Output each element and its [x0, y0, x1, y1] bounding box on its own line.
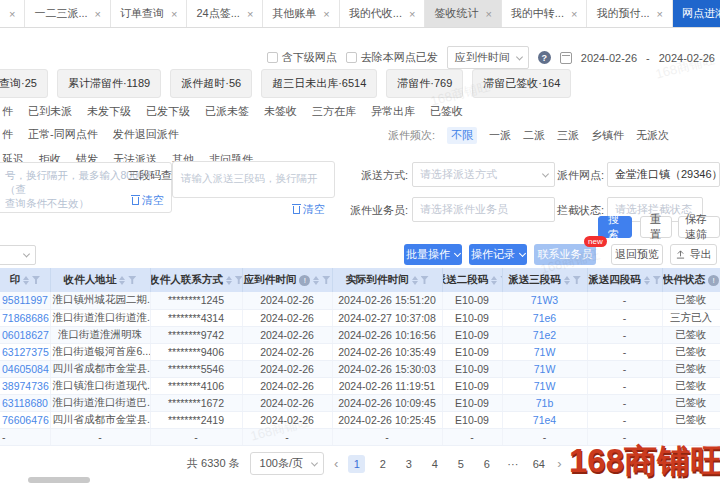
tab-close-icon[interactable]: ×	[95, 8, 101, 20]
prev-page-button[interactable]: ‹	[334, 456, 338, 471]
stat-button[interactable]: 派件超时·56	[170, 69, 252, 98]
sort-icon[interactable]	[564, 276, 570, 285]
stat-button[interactable]: 查询·25	[0, 69, 48, 98]
date-start[interactable]: 2024-02-26	[581, 52, 637, 64]
frequency-option[interactable]: 二派	[523, 128, 545, 143]
page-button[interactable]: 6	[478, 455, 495, 473]
delivery-method-select[interactable]: 请选择派送方式	[412, 162, 555, 187]
tab-close-icon[interactable]: ×	[485, 8, 491, 20]
cell-waybill[interactable]: 76606476	[0, 411, 50, 428]
exclude-sent-checkbox[interactable]: 去除本网点已发	[346, 50, 438, 65]
filter-funnel-icon[interactable]	[128, 276, 136, 284]
include-sub-outlet-checkbox[interactable]: 含下级网点	[267, 50, 337, 65]
column-header[interactable]: 派送二段码	[442, 268, 502, 292]
browser-tab[interactable]: 我的代收...×	[340, 0, 426, 27]
status-filter-link[interactable]: 三方在库	[312, 104, 356, 119]
browser-tab[interactable]: 我的中转...×	[502, 0, 588, 27]
page-size-select[interactable]: 100条/页	[250, 452, 324, 475]
frequency-option[interactable]: 无派次	[636, 128, 669, 143]
filter-funnel-icon[interactable]	[235, 276, 242, 284]
save-filter-button[interactable]: 保存速筛	[678, 216, 720, 238]
filter-funnel-icon[interactable]	[32, 276, 40, 284]
browser-tab[interactable]: 其他账单×	[263, 0, 339, 27]
status-filter-link[interactable]: 已发下级	[146, 104, 190, 119]
filter-funnel-icon[interactable]	[653, 276, 661, 284]
tab-close-icon[interactable]: ×	[323, 8, 329, 20]
cell-segment3[interactable]: 71W	[502, 377, 587, 394]
status-filter-link[interactable]: 未发下级	[87, 104, 131, 119]
page-button[interactable]: 2	[374, 455, 391, 473]
column-header[interactable]: 派送三段码	[502, 268, 587, 292]
batch-operation-button[interactable]: 批量操作	[404, 244, 462, 265]
type-filter-link[interactable]: 件	[2, 127, 13, 142]
browser-tab[interactable]: 签收统计×	[425, 0, 501, 27]
frequency-option[interactable]: 三派	[557, 128, 579, 143]
contact-courier-button[interactable]: 联系业务员	[534, 244, 596, 265]
sort-icon[interactable]	[644, 276, 650, 285]
calendar-icon[interactable]	[560, 52, 572, 64]
page-button[interactable]: 4	[426, 455, 443, 473]
export-button[interactable]: 导出	[670, 244, 717, 265]
status-filter-link[interactable]: 已签收	[430, 104, 463, 119]
browser-tab[interactable]: 网点进港...×	[673, 0, 720, 27]
cell-segment3[interactable]: 71W	[502, 360, 587, 377]
status-filter-link[interactable]: 已到未派	[28, 104, 72, 119]
courier-select[interactable]: 请选择派件业务员	[412, 197, 555, 222]
browser-tab[interactable]: 24点签...×	[187, 0, 263, 27]
column-header[interactable]: 快件状态!	[662, 268, 720, 292]
checkbox-icon[interactable]	[346, 52, 357, 63]
column-header[interactable]: 印	[0, 268, 50, 292]
frequency-option[interactable]: 乡镇件	[591, 128, 624, 143]
cell-segment3[interactable]: 71e4	[502, 411, 587, 428]
outlet-input[interactable]: 金堂淮口镇（29346）	[607, 162, 720, 187]
select-all-dropdown[interactable]	[0, 245, 36, 265]
page-button[interactable]: 3	[400, 455, 417, 473]
sort-icon[interactable]	[412, 276, 418, 285]
sort-icon[interactable]	[226, 276, 232, 285]
cell-segment3[interactable]: 71e6	[502, 309, 587, 326]
waybill-clear-button[interactable]: 清空	[132, 193, 164, 208]
status-filter-link[interactable]: 已派未签	[205, 104, 249, 119]
stat-button[interactable]: 滞留已签收·164	[472, 69, 571, 98]
date-end[interactable]: 2024-02-26	[659, 52, 715, 64]
time-type-select[interactable]: 应到件时间	[447, 46, 529, 69]
filter-funnel-icon[interactable]	[421, 276, 429, 284]
browser-tab[interactable]: 订单查询×	[111, 0, 187, 27]
page-button[interactable]: 64	[530, 455, 547, 473]
status-filter-link[interactable]: 异常出库	[371, 104, 415, 119]
cell-waybill[interactable]: 95811997	[0, 292, 50, 309]
help-icon[interactable]: ?	[538, 51, 551, 64]
search-button[interactable]: 搜索	[598, 216, 632, 238]
browser-tab[interactable]: 一二三派...×	[25, 0, 111, 27]
column-header[interactable]: 收件人地址	[50, 268, 150, 292]
filter-funnel-icon[interactable]	[322, 276, 330, 284]
browser-tab[interactable]: 我的预付...×	[587, 0, 673, 27]
stat-button[interactable]: 滞留件·769	[386, 69, 463, 98]
tab-close-icon[interactable]: ×	[657, 8, 663, 20]
cell-waybill[interactable]: 71868686	[0, 309, 50, 326]
frequency-option[interactable]: 一派	[489, 128, 511, 143]
cell-waybill[interactable]: 38974736	[0, 377, 50, 394]
filter-funnel-icon[interactable]	[573, 276, 581, 284]
type-filter-link[interactable]: 发件退回派件	[113, 127, 179, 142]
cell-segment3[interactable]: 71e2	[502, 326, 587, 343]
cell-segment3[interactable]: 71b	[502, 394, 587, 411]
tab-close-icon[interactable]: ×	[171, 8, 177, 20]
stat-button[interactable]: 累计滞留件·1189	[57, 69, 161, 98]
column-header[interactable]: 实际到件时间	[332, 268, 442, 292]
sort-icon[interactable]	[313, 276, 319, 285]
segment-input[interactable]: 请输入派送三段码，换行隔开	[172, 161, 335, 198]
return-preview-button[interactable]: 退回预览	[611, 244, 663, 265]
sort-icon[interactable]	[23, 276, 29, 285]
tab-close-icon[interactable]: ×	[409, 8, 415, 20]
page-button[interactable]: 5	[452, 455, 469, 473]
operation-record-button[interactable]: 操作记录	[469, 244, 527, 265]
horizontal-scrollbar-thumb[interactable]	[28, 477, 90, 483]
reset-button[interactable]: 重置	[640, 216, 672, 238]
tab-close-icon[interactable]: ×	[571, 8, 577, 20]
cell-waybill[interactable]: 63127375	[0, 343, 50, 360]
frequency-option[interactable]: 不限	[447, 127, 477, 144]
cell-waybill[interactable]: 06018627	[0, 326, 50, 343]
status-filter-link[interactable]: 未签收	[264, 104, 297, 119]
cell-segment3[interactable]: 71W3	[502, 292, 587, 309]
